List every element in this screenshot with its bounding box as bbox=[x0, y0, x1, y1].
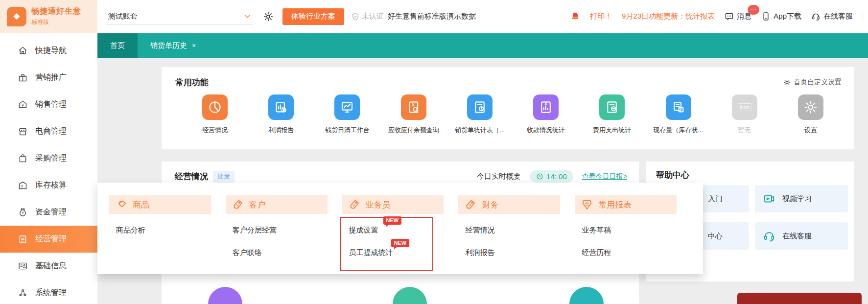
help-tile[interactable]: 在线客服 bbox=[755, 222, 848, 250]
kpi-donut-circle bbox=[393, 287, 427, 304]
update-notice-link[interactable]: 9月23日功能更新：统计报表 bbox=[622, 12, 715, 21]
svg-text:¥: ¥ bbox=[352, 203, 355, 208]
sidebar-item-label: 经营管理 bbox=[35, 234, 67, 244]
sidebar-item-label: 采购管理 bbox=[35, 153, 67, 164]
quick-function-label: 利润报告 bbox=[249, 126, 313, 135]
svg-text:¥: ¥ bbox=[469, 203, 471, 208]
tab-active[interactable]: 首页 bbox=[97, 33, 138, 58]
online-service-label: 在线客服 bbox=[823, 12, 853, 21]
trial-plan-button[interactable]: 体验行业方案 bbox=[282, 8, 344, 25]
quick-panel-title: 常用功能 bbox=[175, 77, 209, 88]
svg-text:¥: ¥ bbox=[544, 101, 547, 107]
sidebar-item[interactable]: 快捷导航 bbox=[0, 37, 97, 64]
quick-function-item[interactable]: 设置 bbox=[779, 94, 843, 135]
quick-function-item[interactable]: 销货单统计表（... bbox=[448, 94, 512, 135]
mega-menu-item[interactable]: 提成设置NEW bbox=[342, 226, 378, 235]
sidebar-item[interactable]: 采购管理 bbox=[0, 145, 97, 172]
mega-menu-item[interactable]: 经营历程 bbox=[575, 248, 611, 257]
tab-close-icon[interactable]: × bbox=[192, 42, 196, 49]
mega-menu-category[interactable]: ¥业务员 bbox=[342, 195, 444, 214]
pie-chart-icon bbox=[202, 94, 228, 120]
messages-button[interactable]: 消息 ··· bbox=[725, 12, 751, 21]
mega-menu-category[interactable]: 商品 bbox=[109, 195, 211, 214]
toolbar-divider bbox=[863, 12, 863, 21]
top-header: 畅捷通好生意 标准版 测试账套 体验行业方案 未认证 好生意售前标准版演示数据 … bbox=[0, 0, 868, 33]
mega-menu-item[interactable]: 利润报告 bbox=[458, 248, 494, 257]
mega-menu-item[interactable]: 客户分层经营 bbox=[226, 226, 277, 235]
quick-function-item[interactable]: ¥应收应付余额查询 bbox=[382, 94, 446, 135]
settings-gear-icon[interactable] bbox=[263, 11, 274, 22]
money-bag-icon: ¥ bbox=[18, 207, 28, 217]
bottom-right-banner[interactable] bbox=[737, 293, 862, 304]
tab-inactive[interactable]: 销货单历史× bbox=[138, 33, 209, 58]
price-tag-icon: ¥ bbox=[464, 198, 477, 211]
svg-text:¥: ¥ bbox=[22, 211, 24, 214]
mega-menu-item[interactable]: 员工提成统计NEW bbox=[342, 248, 393, 257]
cert-status-label: 未认证 bbox=[362, 12, 384, 21]
sidebar-item[interactable]: 营销推广 bbox=[0, 64, 97, 91]
quick-function-label: 现存量（库存状... bbox=[647, 126, 710, 135]
help-tile-label: 在线客服 bbox=[782, 232, 812, 241]
mega-menu-item[interactable]: 商品分析 bbox=[109, 226, 145, 235]
quick-function-label: 设置 bbox=[779, 126, 843, 135]
svg-text:¥: ¥ bbox=[235, 203, 238, 208]
quick-function-item[interactable]: 现存量（库存状... bbox=[647, 94, 710, 135]
today-summary-label: 今日实时概要 bbox=[477, 172, 521, 181]
home-icon bbox=[18, 46, 28, 56]
svg-text:¥: ¥ bbox=[411, 102, 415, 108]
gear-icon bbox=[798, 94, 823, 120]
clipboard-icon bbox=[18, 234, 28, 244]
messages-count-badge: ··· bbox=[748, 5, 759, 15]
online-service-button[interactable]: 在线客服 bbox=[811, 12, 853, 21]
quick-function-label: 费用支出统计 bbox=[580, 126, 644, 135]
mega-menu-category-label: 常用报表 bbox=[598, 199, 632, 210]
sidebar-item[interactable]: 基础信息 bbox=[0, 253, 97, 280]
headset-icon bbox=[811, 12, 821, 21]
help-panel-title: 帮助中心 bbox=[656, 169, 689, 181]
kpi-donut-circle bbox=[208, 287, 242, 304]
chevron-down-icon[interactable] bbox=[243, 12, 251, 20]
notification-bell-icon[interactable] bbox=[570, 11, 580, 22]
print-alert-link[interactable]: 打印！ bbox=[590, 12, 612, 21]
sidebar-item[interactable]: 经营管理 bbox=[0, 226, 97, 253]
quick-function-item[interactable]: 费用支出统计 bbox=[580, 94, 644, 135]
tab-label: 销货单历史 bbox=[150, 41, 187, 50]
quick-function-label: 暂无 bbox=[713, 126, 776, 135]
expense-minus-icon bbox=[599, 94, 625, 120]
daily-report-link[interactable]: 查看今日日报> bbox=[582, 172, 627, 181]
svg-text:¥: ¥ bbox=[22, 103, 24, 108]
placeholder-icon-text: icon bbox=[738, 103, 751, 111]
mega-menu-category[interactable]: 常用报表 bbox=[575, 195, 677, 214]
mega-menu-category-label: 客户 bbox=[249, 199, 266, 210]
mega-menu-category-label: 业务员 bbox=[366, 199, 391, 210]
business-panel-title: 经营情况 bbox=[175, 171, 208, 182]
mega-menu-dropdown: 商品商品分析¥客户客户分层经营客户联络¥业务员提成设置NEW员工提成统计NEW¥… bbox=[97, 183, 703, 274]
app-download-label: App下载 bbox=[774, 12, 801, 21]
mega-menu-column: ¥财务经营情况利润报告 bbox=[458, 195, 575, 274]
mega-menu-item[interactable]: 业务草稿 bbox=[575, 226, 611, 235]
sidebar-item[interactable]: 系统管理 bbox=[0, 280, 97, 304]
brand-logo[interactable]: 畅捷通好生意 标准版 bbox=[0, 0, 97, 33]
sidebar-item[interactable]: 电商管理 bbox=[0, 118, 97, 145]
mega-menu-category[interactable]: ¥客户 bbox=[226, 195, 328, 214]
sidebar-item[interactable]: ¥资金管理 bbox=[0, 199, 97, 226]
sidebar-item[interactable]: ¥销售管理 bbox=[0, 91, 97, 118]
top-right-toolbar: 打印！ 9月23日功能更新：统计报表 消息 ··· App下载 在线客服 bbox=[570, 11, 868, 22]
account-select[interactable]: 测试账套 bbox=[106, 9, 253, 24]
home-customize-link[interactable]: 首页自定义设置 bbox=[783, 78, 842, 87]
sidebar-item[interactable]: 库存核算 bbox=[0, 172, 97, 199]
sidebar-item-label: 营销推广 bbox=[35, 72, 67, 83]
quick-function-item[interactable]: ¥收款情况统计 bbox=[514, 94, 578, 135]
quick-function-item[interactable]: 经营情况 bbox=[183, 94, 247, 135]
quick-function-item[interactable]: 钱货日清工作台 bbox=[315, 94, 379, 135]
quick-function-item[interactable]: 利润报告 bbox=[249, 94, 313, 135]
app-download-button[interactable]: App下载 bbox=[761, 12, 801, 21]
time-value: 14: 00 bbox=[546, 172, 567, 181]
cert-status-badge[interactable]: 未认证 bbox=[351, 12, 384, 21]
mega-menu-item[interactable]: 经营情况 bbox=[458, 226, 494, 235]
collect-stats-icon: ¥ bbox=[533, 94, 559, 120]
mega-menu-item[interactable]: 客户联络 bbox=[226, 248, 262, 257]
mega-menu-category[interactable]: ¥财务 bbox=[458, 195, 560, 214]
help-tile[interactable]: 视频学习 bbox=[755, 185, 848, 212]
time-pill: 14: 00 bbox=[530, 170, 573, 183]
